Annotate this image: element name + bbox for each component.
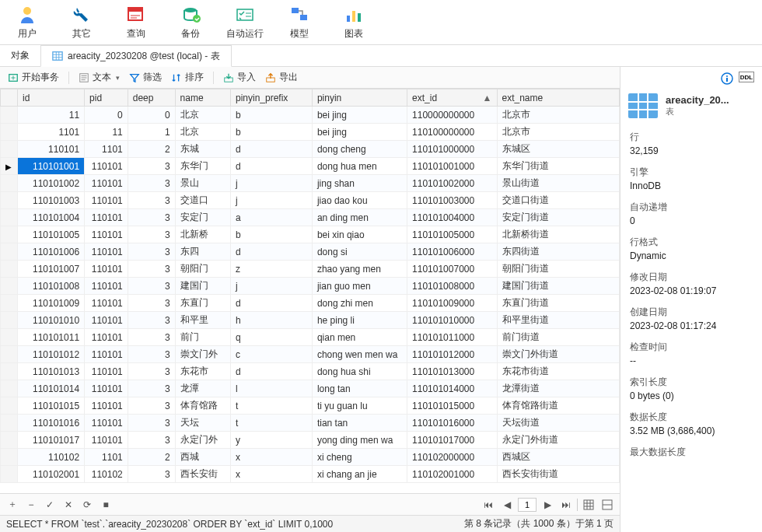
cell-pinyin[interactable]: bei jing bbox=[312, 124, 407, 141]
cell-ext-name[interactable]: 前门街道 bbox=[497, 329, 620, 346]
cell-pinyin-prefix[interactable]: j bbox=[230, 278, 312, 295]
cell-id[interactable]: 110101012 bbox=[18, 346, 85, 363]
cell-ext-id[interactable]: 110101012000 bbox=[407, 346, 497, 363]
cell-id[interactable]: 110101001 bbox=[18, 158, 85, 175]
cell-pid[interactable]: 110101 bbox=[85, 295, 128, 312]
cell-id[interactable]: 1101 bbox=[18, 124, 85, 141]
cell-pinyin-prefix[interactable]: x bbox=[230, 466, 312, 483]
cell-name[interactable]: 北京 bbox=[175, 107, 230, 124]
cell-pinyin-prefix[interactable]: z bbox=[230, 261, 312, 278]
cell-deep[interactable]: 3 bbox=[128, 346, 175, 363]
cell-ext-name[interactable]: 永定门外街道 bbox=[497, 432, 620, 449]
cell-ext-id[interactable]: 110101000000 bbox=[407, 141, 497, 158]
cell-name[interactable]: 东四 bbox=[175, 243, 230, 261]
table-row[interactable]: 1101010091101013东直门ddong zhi men11010100… bbox=[1, 295, 620, 312]
cell-ext-id[interactable]: 110101015000 bbox=[407, 397, 497, 415]
cell-pid[interactable]: 110101 bbox=[85, 312, 128, 329]
cell-deep[interactable]: 3 bbox=[128, 261, 175, 278]
cell-pinyin-prefix[interactable]: d bbox=[230, 158, 312, 175]
cell-pinyin[interactable]: zhao yang men bbox=[312, 261, 407, 278]
cell-deep[interactable]: 3 bbox=[128, 466, 175, 483]
cell-deep[interactable]: 3 bbox=[128, 295, 175, 312]
cell-id[interactable]: 110101011 bbox=[18, 329, 85, 346]
table-row[interactable]: 1101010111101013前门qqian men110101011000前… bbox=[1, 329, 620, 346]
cell-ext-id[interactable]: 110101003000 bbox=[407, 192, 497, 209]
cell-ext-name[interactable]: 朝阳门街道 bbox=[497, 261, 620, 278]
cell-id[interactable]: 110101010 bbox=[18, 312, 85, 329]
cell-ext-id[interactable]: 110101001000 bbox=[407, 158, 497, 175]
cell-ext-name[interactable]: 龙潭街道 bbox=[497, 380, 620, 397]
cell-name[interactable]: 前门 bbox=[175, 329, 230, 346]
cell-name[interactable]: 体育馆路 bbox=[175, 397, 230, 415]
table-row[interactable]: 1101010041101013安定门aan ding men110101004… bbox=[1, 209, 620, 226]
table-row[interactable]: 11010211012西城xxi cheng110102000000西城区 bbox=[1, 449, 620, 466]
cell-ext-name[interactable]: 东城区 bbox=[497, 141, 620, 158]
cell-ext-id[interactable]: 110101011000 bbox=[407, 329, 497, 346]
next-page-button[interactable]: ▶ bbox=[540, 497, 555, 513]
import-button[interactable]: 导入 bbox=[223, 71, 256, 84]
last-page-button[interactable]: ⏭ bbox=[558, 497, 574, 513]
cell-ext-id[interactable]: 110102001000 bbox=[407, 466, 497, 483]
cell-pinyin[interactable]: jiao dao kou bbox=[312, 192, 407, 209]
column-header-ext_name[interactable]: ext_name bbox=[497, 89, 620, 107]
cell-id[interactable]: 110101014 bbox=[18, 380, 85, 397]
cell-ext-id[interactable]: 110101006000 bbox=[407, 243, 497, 261]
table-row[interactable]: 1101111北京bbei jing110100000000北京市 bbox=[1, 124, 620, 141]
cell-deep[interactable]: 3 bbox=[128, 243, 175, 261]
cell-ext-name[interactable]: 景山街道 bbox=[497, 175, 620, 192]
cell-pinyin-prefix[interactable]: b bbox=[230, 226, 312, 243]
cell-ext-id[interactable]: 110101005000 bbox=[407, 226, 497, 243]
cell-pinyin[interactable]: long tan bbox=[312, 380, 407, 397]
cell-pinyin-prefix[interactable]: t bbox=[230, 397, 312, 415]
cell-name[interactable]: 天坛 bbox=[175, 415, 230, 432]
cell-ext-id[interactable]: 110102000000 bbox=[407, 449, 497, 466]
table-row[interactable]: 1101010031101013交道口jjiao dao kou11010100… bbox=[1, 192, 620, 209]
cell-pid[interactable]: 110101 bbox=[85, 175, 128, 192]
refresh-button[interactable]: ⟳ bbox=[79, 497, 95, 513]
cell-pid[interactable]: 110101 bbox=[85, 192, 128, 209]
cell-id[interactable]: 110101005 bbox=[18, 226, 85, 243]
cell-deep[interactable]: 3 bbox=[128, 432, 175, 449]
cell-deep[interactable]: 0 bbox=[128, 107, 175, 124]
cell-ext-name[interactable]: 东华门街道 bbox=[497, 158, 620, 175]
cell-pid[interactable]: 110101 bbox=[85, 415, 128, 432]
cell-ext-id[interactable]: 110101017000 bbox=[407, 432, 497, 449]
cell-name[interactable]: 东华门 bbox=[175, 158, 230, 175]
cell-pinyin[interactable]: dong cheng bbox=[312, 141, 407, 158]
apply-button[interactable]: ✓ bbox=[42, 497, 58, 513]
cell-pinyin-prefix[interactable]: d bbox=[230, 363, 312, 380]
form-view-button[interactable] bbox=[599, 497, 615, 513]
grid-view-button[interactable] bbox=[581, 497, 596, 513]
toolbar-user-button[interactable]: 用户 bbox=[0, 4, 54, 40]
cell-ext-id[interactable]: 110101016000 bbox=[407, 415, 497, 432]
cell-pinyin[interactable]: bei jing bbox=[312, 107, 407, 124]
column-header-deep[interactable]: deep bbox=[128, 89, 175, 107]
cell-ext-name[interactable]: 西城区 bbox=[497, 449, 620, 466]
cell-pinyin-prefix[interactable]: x bbox=[230, 449, 312, 466]
cell-ext-id[interactable]: 110101009000 bbox=[407, 295, 497, 312]
first-page-button[interactable]: ⏮ bbox=[481, 497, 496, 513]
begin-transaction-button[interactable]: 开始事务 bbox=[8, 71, 59, 84]
cell-name[interactable]: 东花市 bbox=[175, 363, 230, 380]
cell-id[interactable]: 110102001 bbox=[18, 466, 85, 483]
cell-pinyin-prefix[interactable]: y bbox=[230, 432, 312, 449]
tab-objects[interactable]: 对象 bbox=[0, 45, 40, 67]
cell-pid[interactable]: 110101 bbox=[85, 243, 128, 261]
cell-pinyin-prefix[interactable]: t bbox=[230, 415, 312, 432]
cell-name[interactable]: 东直门 bbox=[175, 295, 230, 312]
cell-deep[interactable]: 1 bbox=[128, 124, 175, 141]
table-row[interactable]: 1101010151101013体育馆路tti yu guan lu110101… bbox=[1, 397, 620, 415]
cell-pinyin-prefix[interactable]: b bbox=[230, 107, 312, 124]
cell-pid[interactable]: 110101 bbox=[85, 432, 128, 449]
cell-pinyin[interactable]: dong si bbox=[312, 243, 407, 261]
cell-pinyin-prefix[interactable]: d bbox=[230, 141, 312, 158]
cell-id[interactable]: 110101003 bbox=[18, 192, 85, 209]
cell-pinyin[interactable]: bei xin qiao bbox=[312, 226, 407, 243]
ddl-icon[interactable]: DDL bbox=[739, 72, 754, 82]
cell-id[interactable]: 110101009 bbox=[18, 295, 85, 312]
cell-ext-name[interactable]: 东直门街道 bbox=[497, 295, 620, 312]
table-row[interactable]: 11010111012东城ddong cheng110101000000东城区 bbox=[1, 141, 620, 158]
cell-pinyin-prefix[interactable]: j bbox=[230, 192, 312, 209]
cell-pinyin[interactable]: tian tan bbox=[312, 415, 407, 432]
cell-ext-name[interactable]: 东四街道 bbox=[497, 243, 620, 261]
